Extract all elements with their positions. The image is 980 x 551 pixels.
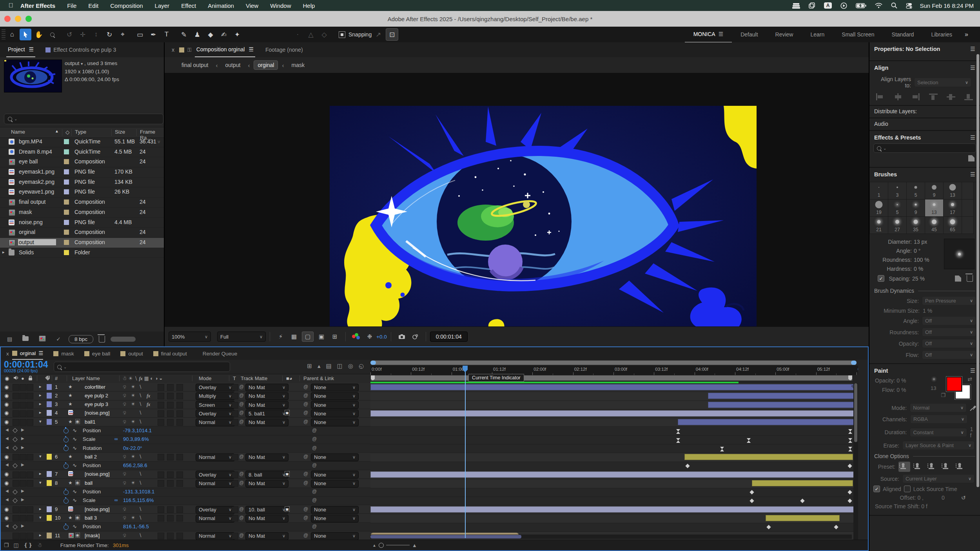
layer-label-swatch[interactable] (47, 533, 52, 538)
project-row-eyemask1-png[interactable]: eyemask1.pngPNG file170 KB (0, 167, 164, 178)
property-row-position[interactable]: ◀▶∿Position816.1,-56.5@ (1, 523, 370, 531)
timeline-horizontal-scrollbar[interactable] (370, 535, 852, 539)
viewer-timecode[interactable]: 0:00:01:04 (430, 332, 468, 342)
swap-colors-icon[interactable]: ⇄ (967, 376, 972, 382)
audio-toggle[interactable] (13, 410, 19, 417)
next-keyframe-icon[interactable]: ▶ (21, 428, 24, 432)
keyframe-icon[interactable] (720, 447, 724, 449)
brush-preset-65-14[interactable]: 65 (944, 217, 962, 234)
switch-collapse-toggle[interactable]: ☃ (122, 471, 127, 477)
layer-label-swatch[interactable] (47, 480, 52, 486)
tab-footage[interactable]: Footage (none) (265, 47, 303, 53)
keyframe-icon[interactable] (848, 464, 852, 468)
project-item-name[interactable]: bgm.MP4 (19, 138, 42, 145)
play-icon[interactable] (840, 2, 847, 9)
solo-toggle[interactable] (20, 533, 26, 539)
layer-row-ball-2[interactable]: ◉▾6★ball 2☃☀∖Normal∨@No Mat∨@None∨ (1, 453, 370, 461)
default-colors-icon[interactable]: ❐ (941, 392, 946, 398)
zoom-out-icon[interactable]: ▲ (372, 543, 376, 547)
exposure-value[interactable]: +0.0 (376, 334, 387, 340)
property-name[interactable]: Position (83, 489, 101, 495)
timeline-vertical-scrollbar[interactable] (853, 383, 858, 550)
property-name[interactable]: Rotation (83, 445, 102, 451)
preserve-transparency-toggle[interactable] (232, 515, 238, 522)
next-keyframe-icon[interactable]: ▶ (21, 462, 24, 467)
graph-icon[interactable]: ∿ (73, 497, 77, 503)
track-matte-pickwhip-icon[interactable]: @ (239, 471, 244, 477)
menu-item-edit[interactable]: Edit (82, 2, 104, 9)
brush-preset-3-1[interactable]: 3 (888, 182, 907, 199)
layer-name[interactable]: ball 3 (85, 515, 97, 521)
pen-tool[interactable]: ✒ (147, 29, 159, 40)
project-item-name[interactable]: orginal (19, 229, 35, 235)
solo-column-icon[interactable]: ● (21, 375, 24, 381)
menu-item-window[interactable]: Window (264, 2, 297, 9)
twirl-icon[interactable]: ▸ (39, 401, 42, 406)
info-name[interactable]: output (65, 60, 80, 66)
new-folder-icon[interactable] (22, 336, 29, 342)
label-column-icon[interactable] (45, 375, 50, 382)
keyframe-icon[interactable] (766, 525, 771, 529)
tab-effect-controls[interactable]: Effect Controls eye pulp 3 (45, 47, 116, 53)
property-name[interactable]: Scale (83, 497, 96, 503)
keyframe-icon[interactable] (848, 490, 852, 494)
menu-item-view[interactable]: View (240, 2, 264, 9)
fast-previews-icon[interactable]: ⚡ (275, 332, 286, 341)
breadcrumb-mask[interactable]: mask (288, 61, 308, 69)
switch-draft-toggle[interactable]: ∖ (139, 419, 142, 424)
effects-search-input[interactable]: ⌄ (873, 143, 976, 153)
sort-ascending-icon[interactable]: ▲ (52, 129, 59, 136)
paint-mode-dropdown[interactable]: Normal∨ (910, 403, 967, 412)
toolbar-grip[interactable] (2, 29, 5, 40)
project-item-name[interactable]: mask (19, 209, 32, 215)
project-item-name[interactable]: final output (19, 199, 46, 205)
label-color-swatch[interactable] (64, 139, 69, 144)
rotation-tool[interactable]: ↻ (103, 29, 115, 40)
layer-label-swatch[interactable] (47, 454, 52, 460)
new-preset-icon[interactable] (968, 155, 975, 161)
keyframe-icon[interactable] (848, 498, 852, 503)
switch-collapse-toggle[interactable]: ☃ (122, 401, 127, 407)
property-row-scale[interactable]: ◀▶∿Scale∞90.3,89.6%@ (1, 435, 370, 444)
clone-preset-2-button[interactable] (913, 462, 924, 472)
exposure-icon[interactable]: ❉ (364, 332, 375, 341)
project-row-Solids[interactable]: ▸SolidsFolder (0, 248, 164, 258)
tab-composition-orginal[interactable]: Composition orginal☰ (195, 42, 255, 57)
solo-toggle[interactable] (20, 480, 26, 487)
solo-toggle[interactable] (20, 393, 26, 399)
video-eye-toggle[interactable]: ◉ (4, 506, 9, 512)
delete-brush-icon[interactable] (967, 275, 973, 282)
project-item-name[interactable]: noise.png (19, 219, 43, 225)
lock-toggle[interactable] (27, 384, 33, 391)
parent-pickwhip-icon[interactable]: @ (303, 515, 308, 520)
mode-dropdown[interactable]: Normal∨ (196, 419, 235, 426)
twirl-icon[interactable]: ▾ (39, 419, 42, 424)
channels-dropdown[interactable]: RGBA∨ (910, 415, 967, 424)
magnification-dropdown[interactable]: 100%∨ (169, 332, 211, 342)
switch-collapse-toggle[interactable]: ☃ (122, 419, 127, 424)
audio-toggle[interactable] (13, 471, 19, 478)
audio-toggle[interactable] (13, 480, 19, 487)
property-name[interactable]: Position (83, 524, 101, 529)
property-value[interactable]: 816.1,-56.5 (123, 524, 149, 529)
twirl-icon[interactable]: ▸ (39, 384, 42, 389)
parent-link-dropdown[interactable]: None∨ (311, 392, 359, 400)
time-ruler[interactable]: 0:00f00:12f01:00f01:12f02:00f02:12f03:00… (370, 366, 858, 375)
render-time-icon[interactable]: ☃ (37, 542, 42, 548)
solo-toggle[interactable] (20, 384, 26, 391)
project-item-name[interactable]: eyemask2.png (19, 179, 54, 185)
track-matte-dropdown[interactable]: 8. ball∨ (245, 471, 289, 478)
twirl-icon[interactable]: ▸ (39, 393, 42, 398)
parent-pickwhip-icon[interactable]: @ (303, 471, 308, 477)
switch-well-1[interactable] (167, 402, 174, 408)
mode-dropdown[interactable]: Overlay∨ (196, 410, 235, 417)
workspace-tab-libraries[interactable]: Libraries (922, 27, 961, 42)
orbit-camera-tool[interactable]: ↺ (64, 29, 75, 40)
stopwatch-icon[interactable] (64, 525, 69, 530)
switch-quality-toggle[interactable]: ☀ (131, 480, 135, 486)
timeline-tab-eye-ball[interactable]: eye ball (84, 351, 111, 357)
twirl-icon[interactable]: ▸ (39, 410, 42, 415)
brushes-menu-icon[interactable]: ☰ (970, 171, 975, 178)
align-hcenter-button[interactable] (893, 93, 903, 100)
clone-preset-4-button[interactable] (941, 462, 953, 472)
